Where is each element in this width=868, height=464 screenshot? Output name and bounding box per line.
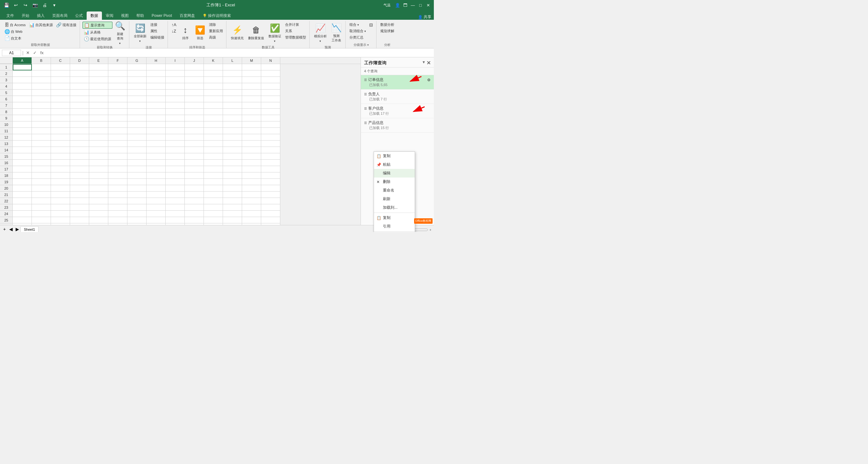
cell-J15[interactable] (185, 153, 204, 160)
cell-C8[interactable] (51, 109, 70, 115)
cell-K1[interactable] (204, 64, 223, 70)
cell-K4[interactable] (204, 83, 223, 90)
row-header-19[interactable]: 19 (0, 179, 13, 185)
cell-G15[interactable] (127, 153, 147, 160)
cell-A1[interactable] (13, 64, 32, 70)
cell-J21[interactable] (185, 192, 204, 198)
cell-A4[interactable] (13, 83, 32, 90)
cell-E12[interactable] (89, 134, 108, 141)
cell-A18[interactable] (13, 172, 32, 179)
cell-M9[interactable] (242, 115, 261, 121)
ungroup-btn[interactable]: 取消组合 ▾ (348, 28, 367, 34)
tab-power-pivot[interactable]: Power Pivot (148, 11, 176, 20)
cell-N7[interactable] (261, 102, 280, 109)
tab-review[interactable]: 审阅 (102, 11, 117, 20)
cell-B24[interactable] (32, 211, 51, 217)
cell-G20[interactable] (127, 185, 147, 192)
cell-F20[interactable] (108, 185, 127, 192)
cell-I25[interactable] (166, 217, 185, 223)
row-header-17[interactable]: 17 (0, 166, 13, 172)
cell-A23[interactable] (13, 204, 32, 211)
cell-K16[interactable] (204, 160, 223, 166)
cell-J19[interactable] (185, 179, 204, 185)
cell-J16[interactable] (185, 160, 204, 166)
ctx-edit[interactable]: 编辑 (374, 169, 415, 177)
cell-D16[interactable] (70, 160, 89, 166)
col-header-F[interactable]: F (108, 57, 127, 64)
maximize-icon[interactable]: □ (417, 2, 424, 8)
cell-G4[interactable] (127, 83, 147, 90)
cell-M5[interactable] (242, 90, 261, 96)
cell-D9[interactable] (70, 115, 89, 121)
cell-I5[interactable] (166, 90, 185, 96)
cell-C18[interactable] (51, 172, 70, 179)
cell-N22[interactable] (261, 198, 280, 204)
cell-E15[interactable] (89, 153, 108, 160)
cell-G8[interactable] (127, 109, 147, 115)
cell-K8[interactable] (204, 109, 223, 115)
cell-M26[interactable] (242, 223, 261, 225)
cell-F9[interactable] (108, 115, 127, 121)
print-qat-btn[interactable]: 🖨 (41, 2, 49, 9)
ctx-delete[interactable]: ✕ 删除 (374, 177, 415, 186)
edit-links-btn[interactable]: 编辑链接 (149, 34, 166, 40)
cell-L20[interactable] (223, 185, 242, 192)
ctx-copy[interactable]: 📋 复制 (374, 152, 415, 160)
cell-D15[interactable] (70, 153, 89, 160)
ctx-load-to[interactable]: 加载到... (374, 203, 415, 212)
cell-E10[interactable] (89, 121, 108, 128)
save-qat-btn[interactable]: 💾 (3, 2, 10, 9)
cell-C16[interactable] (51, 160, 70, 166)
cell-E18[interactable] (89, 172, 108, 179)
row-header-12[interactable]: 12 (0, 134, 13, 141)
add-sheet-btn[interactable]: + (1, 226, 8, 232)
cell-N6[interactable] (261, 96, 280, 102)
cell-C26[interactable] (51, 223, 70, 225)
cell-C15[interactable] (51, 153, 70, 160)
row-header-20[interactable]: 20 (0, 185, 13, 192)
cell-C9[interactable] (51, 115, 70, 121)
cell-L2[interactable] (223, 70, 242, 77)
cell-B22[interactable] (32, 198, 51, 204)
col-header-E[interactable]: E (89, 57, 108, 64)
cell-A26[interactable] (13, 223, 32, 225)
cell-A10[interactable] (13, 121, 32, 128)
col-header-A[interactable]: A (13, 57, 32, 64)
cell-G23[interactable] (127, 204, 147, 211)
cell-L17[interactable] (223, 166, 242, 172)
row-header-9[interactable]: 9 (0, 115, 13, 121)
panel-dropdown-btn[interactable]: ▾ (423, 60, 425, 66)
reapply-btn[interactable]: 重新应用 (208, 28, 224, 34)
cell-I19[interactable] (166, 179, 185, 185)
cell-D25[interactable] (70, 217, 89, 223)
tab-file[interactable]: 文件 (3, 11, 18, 20)
cell-M2[interactable] (242, 70, 261, 77)
cell-A13[interactable] (13, 141, 32, 147)
cell-K9[interactable] (204, 115, 223, 121)
cell-M1[interactable] (242, 64, 261, 70)
from-web-btn[interactable]: 🌐 自 Web (3, 28, 27, 35)
cell-A6[interactable] (13, 96, 32, 102)
row-header-8[interactable]: 8 (0, 109, 13, 115)
cell-D8[interactable] (70, 109, 89, 115)
solver-btn[interactable]: 规划求解 (379, 28, 396, 34)
cell-F15[interactable] (108, 153, 127, 160)
row-header-22[interactable]: 22 (0, 198, 13, 204)
cell-B3[interactable] (32, 77, 51, 83)
cell-K19[interactable] (204, 179, 223, 185)
cell-D13[interactable] (70, 141, 89, 147)
cell-D21[interactable] (70, 192, 89, 198)
from-table-btn[interactable]: 📊 从表格 (83, 29, 113, 35)
tab-search[interactable]: 💡 操作说明搜索 (199, 11, 235, 20)
row-header-14[interactable]: 14 (0, 147, 13, 153)
cell-B11[interactable] (32, 128, 51, 134)
col-header-C[interactable]: C (51, 57, 70, 64)
cell-G6[interactable] (127, 96, 147, 102)
col-header-G[interactable]: G (127, 57, 147, 64)
screenshot-qat-btn[interactable]: 📷 (31, 2, 39, 9)
cell-M14[interactable] (242, 147, 261, 153)
data-analysis-btn[interactable]: 数据分析 (379, 22, 396, 28)
cell-F23[interactable] (108, 204, 127, 211)
cell-M21[interactable] (242, 192, 261, 198)
cell-L13[interactable] (223, 141, 242, 147)
